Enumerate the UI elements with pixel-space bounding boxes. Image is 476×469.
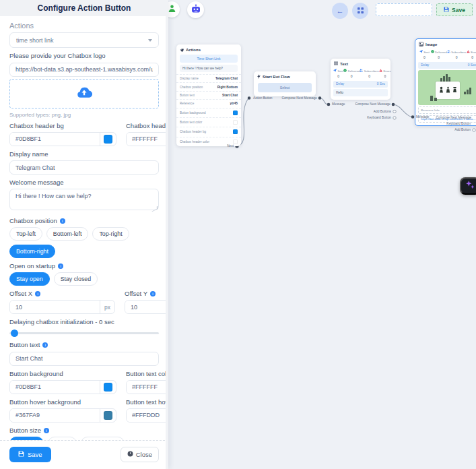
delay-init-label: Delaying chatbox initialization - 0 sec (9, 318, 159, 326)
robot-icon (191, 4, 201, 16)
channel-button[interactable] (168, 1, 180, 18)
delay-row[interactable]: Delay 0 Sec (418, 62, 476, 69)
color-swatch (233, 111, 238, 115)
offset-x-input[interactable] (10, 301, 100, 313)
hover-text-color-label: Button text hover color (126, 398, 168, 406)
logo-url-input[interactable] (9, 63, 159, 77)
actions-section-label: Actions (9, 22, 159, 30)
in-port-action-button: Action Button (253, 96, 273, 100)
logo-upload-dropzone[interactable] (9, 79, 159, 108)
node-row: Chatbox header bg (176, 127, 241, 136)
button-text-input[interactable] (9, 352, 159, 366)
out-port-next[interactable]: Next (219, 144, 234, 148)
info-icon (42, 342, 48, 348)
startup-options: Stay open Stay closed (9, 272, 159, 286)
welcome-message-textarea[interactable]: Hi there ! How can we help? (9, 189, 159, 210)
connector-dot-text-compose[interactable] (392, 103, 395, 106)
out-port-add-buttons: Add Buttons (374, 110, 391, 113)
power-icon (127, 451, 133, 458)
hover-text-color-group (126, 408, 168, 423)
select-flow-button[interactable]: Select (258, 83, 312, 92)
connector-dot-action-button[interactable] (248, 96, 251, 100)
hover-text-color-input[interactable] (127, 409, 168, 422)
position-option-bottom-right[interactable]: Bottom-right (9, 245, 55, 258)
header-bg-swatch[interactable] (100, 133, 116, 146)
position-option-top-right[interactable]: Top-right (92, 227, 129, 241)
node-start-bot-flow[interactable]: Start Bot Flow Select (254, 71, 316, 96)
button-text-label: Button text (9, 341, 40, 349)
header-color-input[interactable] (127, 133, 168, 146)
connector-dot-add-buttons[interactable] (393, 110, 396, 113)
save-button[interactable]: Save (9, 447, 51, 462)
button-bg-input[interactable] (10, 381, 100, 394)
color-swatch (233, 139, 238, 144)
info-icon (35, 291, 40, 296)
slider-thumb[interactable] (11, 330, 18, 337)
image-preview[interactable] (418, 70, 476, 105)
button-bg-swatch[interactable] (100, 381, 116, 394)
supported-types-hint: Supported types: png, jpg (9, 112, 159, 118)
close-button[interactable]: Close (121, 447, 159, 462)
offset-x-label: Offset X (9, 290, 32, 298)
panel-footer: Save Close (0, 440, 168, 469)
node-text[interactable]: Text Sent0 Delivered0 Subscribers0 Error… (331, 59, 390, 100)
info-icon (60, 218, 65, 224)
connector-dot-image-add[interactable] (473, 129, 475, 131)
slider-track[interactable] (9, 332, 159, 334)
connector-dot-image-message[interactable] (411, 115, 415, 119)
header-bg-label: Chatbox header bg (9, 122, 116, 130)
hover-bg-input[interactable] (10, 409, 100, 422)
flow-title-input[interactable] (376, 3, 432, 16)
delay-slider[interactable] (9, 329, 159, 337)
image-icon (419, 42, 423, 47)
button-text-color-group (126, 380, 168, 394)
hover-bg-swatch[interactable] (100, 409, 116, 422)
arrow-left-icon: ← (337, 7, 344, 15)
node-actions[interactable]: Actions Time Short Link Hi there ! How c… (176, 44, 241, 146)
ai-assistant-button[interactable] (460, 177, 476, 195)
button-text-color-input[interactable] (127, 381, 168, 394)
node-title: Actions (186, 48, 201, 52)
node-row: Button text color (176, 117, 241, 127)
action-type-chip[interactable]: Time Short Link (180, 55, 238, 63)
node-row: Display nameTelegram Chat (176, 74, 241, 82)
connector-dot-text-message[interactable] (327, 103, 331, 106)
flow-canvas[interactable]: ← Save Actions Time Short Link Hi there … (168, 0, 476, 469)
out-port-add-button: Add Button (454, 128, 471, 131)
node-row: Button background (176, 108, 241, 117)
startup-option-stay-open[interactable]: Stay open (9, 272, 50, 286)
button-bg-group (9, 380, 116, 394)
bot-button[interactable] (187, 1, 204, 18)
chatbox-position-label: Chatbox position (9, 217, 57, 225)
connector-dot-start-compose[interactable] (318, 96, 322, 100)
action-select[interactable]: time short link (9, 32, 159, 48)
node-image[interactable]: Image Sent0 Delivered0 Subscribers0 Erro… (415, 38, 476, 126)
hamburger-icon (334, 61, 338, 66)
panel-scrollbar[interactable] (166, 16, 168, 469)
text-content-preview[interactable]: Hello (333, 89, 388, 96)
delay-row[interactable]: Delay 0 Sec (333, 81, 388, 88)
header-color-label: Chatbox header color (126, 122, 168, 130)
display-name-input[interactable] (9, 160, 159, 175)
bolt-icon (257, 74, 261, 80)
action-select-value: time short link (16, 37, 54, 44)
grid-view-button[interactable] (352, 3, 368, 19)
color-swatch (233, 129, 238, 134)
flow-save-button[interactable]: Save (436, 3, 473, 16)
display-name-label: Display name (9, 150, 159, 158)
undo-button[interactable]: ← (332, 3, 348, 19)
node-row: Button textStart Chat (176, 91, 241, 99)
out-port-compose: Compose Next Message (436, 116, 471, 119)
color-swatch (233, 120, 238, 125)
hover-bg-label: Button hover background (9, 398, 116, 406)
position-option-bottom-left[interactable]: Bottom-left (46, 227, 89, 241)
connector-dot-keyboard-button[interactable] (393, 117, 396, 119)
offset-x-unit: px (100, 301, 114, 313)
startup-option-stay-closed[interactable]: Stay closed (54, 272, 98, 286)
position-option-top-left[interactable]: Top-left (9, 227, 42, 241)
node-row: Referenceytr45 (176, 99, 241, 107)
offset-y-input[interactable] (125, 301, 168, 313)
header-bg-input[interactable] (10, 133, 100, 146)
illustration-bars (430, 96, 437, 101)
floppy-icon (18, 451, 24, 458)
